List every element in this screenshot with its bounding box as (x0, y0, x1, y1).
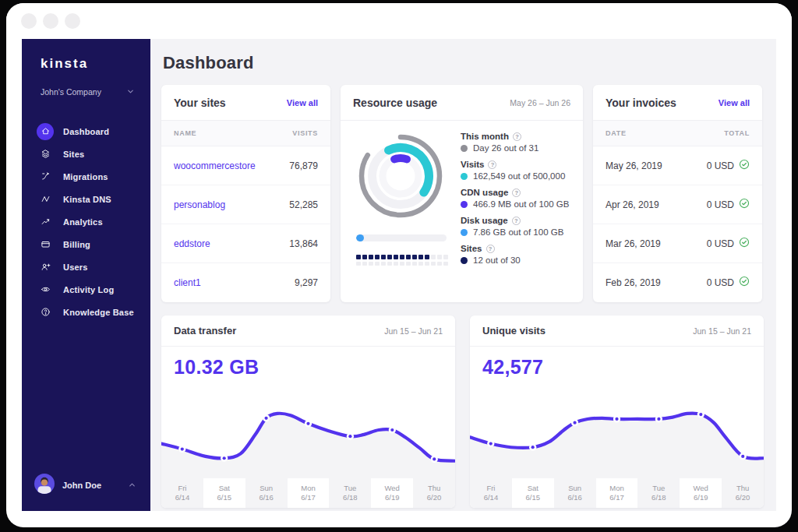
axis-date: 6/19 (694, 493, 708, 503)
invoices-col-total: TOTAL (724, 129, 750, 137)
sidebar-item-users[interactable]: Users (22, 255, 150, 278)
axis-day: Sat (219, 484, 230, 494)
axis-day: Sun (568, 484, 581, 494)
legend-color-dot (461, 145, 468, 152)
site-slot (381, 255, 386, 259)
axis-date: 6/16 (259, 493, 274, 503)
invoice-total-group: 0 USD (707, 237, 750, 251)
table-row: Apr 26, 20190 USD (593, 185, 762, 224)
legend-value: 162,549 out of 500,000 (461, 171, 569, 181)
axis-label-6-14: Fri6/14 (161, 478, 203, 508)
axis-date: 6/14 (175, 493, 190, 503)
help-icon[interactable]: ? (513, 132, 521, 141)
legend-label-text: CDN usage (461, 188, 508, 197)
invoice-total: 0 USD (707, 160, 734, 171)
help-icon[interactable]: ? (486, 245, 495, 253)
sidebar-item-label: Migrations (63, 172, 108, 181)
user-menu[interactable]: John Doe (22, 464, 150, 511)
help-icon[interactable]: ? (512, 217, 521, 225)
paid-check-icon (739, 198, 750, 212)
home-icon (37, 123, 54, 140)
axis-label-6-20: Thu6/20 (413, 478, 455, 508)
sidebar-item-dashboard[interactable]: Dashboard (22, 120, 150, 143)
chart-period: Jun 15 – Jun 21 (693, 326, 751, 336)
axis-day: Sun (260, 484, 273, 494)
site-slot (418, 255, 423, 259)
site-link[interactable]: woocommercestore (174, 160, 256, 171)
site-slot (362, 262, 367, 266)
sidebar-item-kinsta-dns[interactable]: Kinsta DNS (22, 188, 150, 210)
main-content: Dashboard Your sites View all NAME VISIT… (150, 39, 776, 511)
resource-donut-chart (355, 130, 447, 222)
site-slot (400, 262, 404, 266)
invoice-total: 0 USD (707, 238, 734, 249)
window-control-dot[interactable] (65, 13, 80, 29)
chart-period: Jun 15 – Jun 21 (384, 326, 443, 336)
legend-color-dot (461, 201, 468, 208)
resource-card-title: Resource usage (353, 97, 437, 109)
site-visits: 76,879 (289, 160, 318, 171)
invoice-date: Feb 26, 2019 (606, 277, 661, 288)
activity-icon (37, 281, 54, 298)
your-invoices-card: Your invoices View all DATE TOTAL May 26… (593, 85, 762, 302)
sidebar-item-billing[interactable]: Billing (22, 233, 150, 255)
site-slot (437, 262, 442, 266)
axis-day: Sat (528, 484, 538, 494)
company-selector[interactable]: John's Company (41, 85, 135, 99)
axis-label-6-18: Tue6/18 (329, 478, 371, 508)
legend-item-cdn-usage: CDN usage?466.9 MB out of 100 GB (461, 188, 569, 209)
help-icon[interactable]: ? (488, 160, 496, 169)
site-slot (425, 262, 429, 266)
sidebar-item-analytics[interactable]: Analytics (22, 210, 150, 233)
invoice-date: Apr 26, 2019 (606, 199, 659, 210)
help-icon[interactable]: ? (512, 188, 521, 197)
legend-label: Sites? (461, 244, 569, 253)
knowledge-icon (37, 304, 54, 321)
legend-label: Disk usage? (461, 216, 569, 225)
sidebar-item-migrations[interactable]: Migrations (22, 165, 150, 188)
legend-item-visits: Visits?162,549 out of 500,000 (461, 160, 569, 181)
company-name: John's Company (41, 87, 101, 97)
axis-label-6-16: Sun6/16 (554, 478, 596, 508)
sites-table-header: NAME VISITS (161, 121, 330, 146)
site-link[interactable]: eddstore (174, 238, 210, 249)
invoice-date: May 26, 2019 (606, 160, 662, 171)
sites-grid-row (356, 255, 448, 259)
table-row: client19,297 (161, 263, 330, 302)
unique-visits-line-chart (470, 387, 764, 478)
site-slot (356, 262, 361, 266)
site-slot (362, 255, 367, 259)
sidebar-item-label: Knowledge Base (63, 308, 134, 317)
site-slot (412, 262, 417, 266)
sidebar-item-sites[interactable]: Sites (22, 143, 150, 165)
kinsta-logo: Kinsta (41, 56, 150, 72)
axis-date: 6/18 (651, 493, 666, 503)
window-control-dot[interactable] (21, 13, 37, 29)
chart-cards-row: Data transferJun 15 – Jun 2110.32 GBFri6… (161, 315, 764, 508)
axis-day: Mon (609, 484, 623, 494)
site-visits: 9,297 (295, 277, 318, 288)
window-control-dot[interactable] (43, 13, 58, 29)
chart-card-title: Data transfer (174, 325, 236, 336)
site-link[interactable]: client1 (174, 277, 201, 288)
site-slot (369, 262, 373, 266)
site-link[interactable]: personablog (174, 199, 225, 210)
sidebar-item-knowledge-base[interactable]: Knowledge Base (22, 301, 150, 323)
site-slot (431, 255, 436, 259)
axis-label-6-20: Thu6/20 (722, 478, 764, 508)
legend-label-text: Sites (461, 244, 482, 253)
invoices-view-all-link[interactable]: View all (719, 98, 750, 107)
sidebar-item-activity-log[interactable]: Activity Log (22, 278, 150, 301)
data-transfer-line-chart (161, 387, 455, 478)
sidebar-item-label: Analytics (63, 217, 103, 227)
sites-view-all-link[interactable]: View all (287, 98, 318, 107)
sites-grid-row (356, 262, 448, 266)
sites-icon (37, 146, 54, 163)
site-slot (418, 262, 423, 266)
chart-card-title: Unique visits (482, 325, 546, 336)
invoice-total-group: 0 USD (707, 159, 750, 173)
axis-label-6-15: Sat6/15 (203, 478, 245, 508)
page-title: Dashboard (163, 53, 764, 73)
site-slot (431, 262, 436, 266)
invoice-date: Mar 26, 2019 (606, 238, 661, 249)
